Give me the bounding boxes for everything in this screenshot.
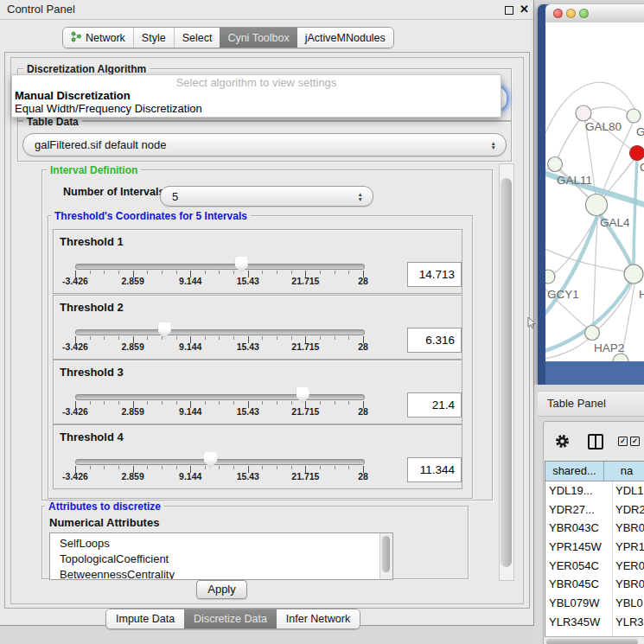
cell[interactable]: YBR043C [545, 519, 613, 538]
node-hap2[interactable] [585, 326, 600, 341]
node-top-right[interactable] [627, 109, 641, 123]
tab-cyni-toolbox[interactable]: Cyni Toolbox [220, 28, 296, 48]
zoom-traffic-light-icon[interactable] [579, 9, 589, 18]
numerical-attributes-list[interactable]: SelfLoops TopologicalCoefficient Between… [49, 532, 393, 580]
tab-label: Select [182, 32, 213, 44]
group-title: Table Data [23, 116, 82, 128]
cell[interactable]: YBR045C [545, 575, 613, 594]
threshold-1-value-field[interactable]: 14.713 [407, 262, 462, 287]
table-row[interactable]: YBR043C YBR0 [545, 519, 644, 538]
network-window-titlebar[interactable] [545, 4, 644, 23]
column-header-name[interactable]: na [604, 462, 644, 481]
tab-discretize-data[interactable]: Discretize Data [184, 609, 277, 628]
tab-label: Style [142, 32, 166, 44]
cell[interactable]: YLR3 [613, 613, 644, 632]
list-item[interactable]: SelfLoops [50, 536, 392, 552]
dropdown-option-manual-discretization[interactable]: Manual Discretization [15, 89, 131, 102]
threshold-2-slider-track[interactable] [75, 329, 365, 335]
threshold-4-slider-track[interactable] [75, 459, 365, 465]
tick-label: 9.144 [179, 471, 201, 481]
tab-select[interactable]: Select [174, 28, 220, 48]
cell[interactable]: YLR345W [545, 613, 613, 632]
list-scrollbar[interactable] [379, 533, 392, 579]
numerical-attributes-heading: Numerical Attributes [49, 516, 159, 529]
panel-scrollbar-thumb[interactable] [501, 178, 512, 567]
table-row[interactable]: YPR145W YPR1 [545, 538, 644, 557]
table-row[interactable]: YDR27... YDR2 [545, 501, 644, 520]
cell[interactable]: YBL079W [545, 594, 613, 613]
threshold-3-value-field[interactable]: 21.4 [407, 392, 462, 418]
number-of-intervals-combobox[interactable]: 5 ▲▼ [160, 186, 373, 207]
cell[interactable]: YBR0 [613, 519, 644, 538]
cell[interactable]: YDL1 [613, 481, 644, 501]
cell[interactable]: YDL19... [545, 481, 613, 501]
network-canvas[interactable]: GAL80 GA C GAL11 GAL4 GCY1 H HAP2 [545, 22, 644, 361]
table-row[interactable]: YER054C YER0 [545, 557, 644, 576]
table-row[interactable]: YLR345W YLR3 [545, 613, 644, 632]
node-h[interactable] [624, 265, 643, 284]
cyni-mode-tabs: Impute Data Discretize Data Infer Networ… [105, 609, 360, 629]
node-red-selected[interactable] [630, 146, 644, 161]
list-item[interactable]: BetweennessCentrality [50, 567, 392, 580]
cell[interactable]: YDR27... [545, 501, 613, 520]
control-panel-window: Control Panel ✕ Network Style Select [0, 0, 534, 626]
network-icon [71, 31, 82, 45]
tab-jactivemnodules[interactable]: jActiveMNodules [297, 28, 393, 48]
node-gal80[interactable] [576, 105, 591, 121]
network-view-window: GAL80 GA C GAL11 GAL4 GCY1 H HAP2 [538, 4, 644, 385]
node-label: H [639, 288, 644, 301]
table-horizontal-scrollbar[interactable] [545, 636, 644, 644]
threshold-1-slider-track[interactable] [75, 264, 365, 270]
tab-style[interactable]: Style [133, 28, 174, 48]
group-title: Attributes to discretize [45, 501, 164, 513]
table-horizontal-scrollbar-thumb[interactable] [546, 639, 638, 644]
tick-label: 2.859 [121, 276, 143, 286]
minimize-traffic-light-icon[interactable] [566, 9, 576, 18]
tab-infer-network[interactable]: Infer Network [277, 609, 360, 628]
tab-impute-data[interactable]: Impute Data [106, 609, 184, 628]
float-window-icon[interactable] [505, 6, 513, 15]
table-columns-icon[interactable] [588, 434, 603, 450]
threshold-3-slider-track[interactable] [75, 394, 365, 400]
table-data-combobox[interactable]: galFiltered.sif default node ▲▼ [22, 133, 507, 156]
threshold-4-panel: Threshold 4 -3.426 2.859 9.144 15.43 21.… [53, 424, 462, 489]
tab-network[interactable]: Network [63, 28, 133, 48]
table-row[interactable]: YDL19... YDL1 [545, 481, 644, 501]
mouse-cursor [527, 317, 537, 333]
threshold-3-panel: Threshold 3 -3.426 2.859 9.144 15.43 21.… [53, 360, 462, 424]
cell[interactable]: YPR1 [613, 538, 644, 557]
node-label: HAP2 [594, 341, 624, 354]
apply-button[interactable]: Apply [196, 580, 247, 599]
close-icon[interactable]: ✕ [520, 3, 529, 16]
list-scrollbar-thumb[interactable] [382, 536, 390, 572]
cell[interactable]: YDR2 [613, 501, 644, 520]
threshold-2-value-field[interactable]: 6.316 [407, 328, 462, 353]
table-row[interactable]: YBL079W YBL0 [545, 594, 644, 613]
node-gal4[interactable] [586, 194, 608, 216]
cell[interactable]: YER0 [613, 557, 644, 576]
select-columns-icon[interactable]: ✓ ✓ [618, 437, 640, 446]
cell[interactable]: YPR145W [545, 538, 613, 557]
column-header-shared[interactable]: shared... [545, 462, 604, 481]
tick-label: 21.715 [291, 341, 319, 352]
threshold-label: Threshold 1 [60, 235, 124, 248]
combobox-value: 5 [172, 187, 178, 206]
cell[interactable]: YER054C [545, 557, 613, 576]
dropdown-option-equal-width-frequency[interactable]: Equal Width/Frequency Discretization [15, 102, 202, 115]
node-bottom-partial[interactable] [613, 354, 628, 361]
table-row[interactable]: YBR045C YBR0 [545, 575, 644, 594]
close-traffic-light-icon[interactable] [553, 9, 563, 18]
threshold-4-value-field[interactable]: 11.344 [407, 457, 462, 482]
tick-label: 28 [358, 406, 368, 417]
cell[interactable]: YBL0 [613, 594, 643, 613]
node-gcy1[interactable] [545, 270, 555, 284]
threshold-label: Threshold 2 [60, 301, 124, 314]
cell[interactable]: YBR0 [613, 575, 644, 594]
group-title: Threshold's Coordinates for 5 Intervals [51, 210, 251, 222]
network-graph: GAL80 GA C GAL11 GAL4 GCY1 H HAP2 [545, 22, 644, 361]
list-item[interactable]: TopologicalCoefficient [50, 552, 392, 567]
dropdown-placeholder-option[interactable]: Select algorithm to view settings [12, 76, 501, 89]
gear-icon[interactable] [555, 434, 570, 452]
tick-label: 2.859 [121, 471, 143, 481]
node-gal11[interactable] [548, 157, 563, 172]
